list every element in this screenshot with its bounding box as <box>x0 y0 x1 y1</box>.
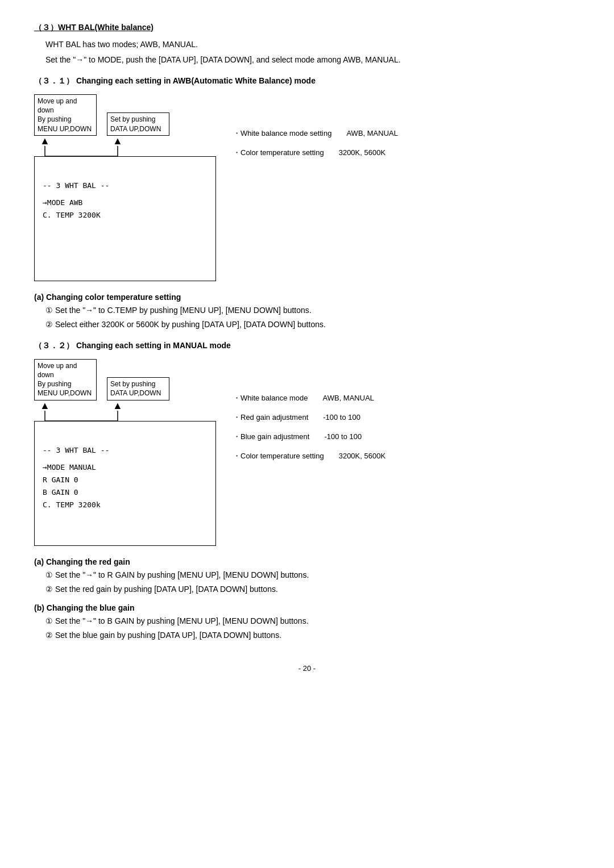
step-3-1-a-2: ② Select either 3200K or 5600K by pushin… <box>45 319 580 331</box>
step-3-2-a-1: ① Set the "→" to R GAIN by pushing [MENU… <box>45 569 580 581</box>
step-3-2-a-2: ② Set the red gain by pushing [DATA UP],… <box>45 583 580 595</box>
annotation-3-2-1: ・White balance mode AWB, MANUAL <box>233 393 385 403</box>
annotation-3-2-3: ・Blue gain adjustment -100 to 100 <box>233 432 385 442</box>
left-arrow-3-1: ▲ <box>34 136 97 146</box>
step-3-2-b-1: ① Set the "→" to B GAIN by pushing [MENU… <box>45 615 580 627</box>
diagram-3-2: Move up and down By pushing MENU UP,DOWN… <box>34 359 580 546</box>
steps-3-1-a: ① Set the "→" to C.TEMP by pushing [MENU… <box>45 304 580 331</box>
annotations-3-1: ・White balance mode setting AWB, MANUAL … <box>233 94 398 158</box>
intro2: Set the "→" to MODE, push the [DATA UP],… <box>34 54 580 66</box>
page-number: - 20 - <box>34 664 580 673</box>
part-b-3-2-title: (b) Changing the blue gain <box>34 603 580 612</box>
right-label-3-2: Set by pushing DATA UP,DOWN <box>107 377 169 400</box>
annotations-3-2: ・White balance mode AWB, MANUAL ・Red gai… <box>233 359 385 461</box>
diagram-3-1: Move up and down By pushing MENU UP,DOWN… <box>34 94 580 281</box>
annotation-3-2-4: ・Color temperature setting 3200K, 5600K <box>233 451 385 461</box>
steps-3-2-b: ① Set the "→" to B GAIN by pushing [MENU… <box>45 615 580 641</box>
annotation-3-1-1: ・White balance mode setting AWB, MANUAL <box>233 128 398 139</box>
steps-3-2-a: ① Set the "→" to R GAIN by pushing [MENU… <box>45 569 580 595</box>
right-arrow-3-2: ▲ <box>107 400 169 411</box>
subsection-3-2: （３．２） Changing each setting in MANUAL mo… <box>34 341 580 351</box>
menu-box-3-2: -- 3 WHT BAL -- →MODE MANUAL R GAIN 0 B … <box>34 421 216 546</box>
section3-title: （３）WHT BAL(White balance) <box>34 23 580 33</box>
part-a-3-2: (a) Changing the red gain ① Set the "→" … <box>34 557 580 595</box>
menu-box-3-1: -- 3 WHT BAL -- →MODE AWB C. TEMP 3200K <box>34 156 216 281</box>
part-a-3-2-title: (a) Changing the red gain <box>34 557 580 566</box>
left-label-3-1: Move up and down By pushing MENU UP,DOWN <box>34 94 97 136</box>
left-label-3-2: Move up and down By pushing MENU UP,DOWN <box>34 359 97 400</box>
right-label-3-1: Set by pushing DATA UP,DOWN <box>107 112 169 135</box>
subsection-3-1: （３．１） Changing each setting in AWB(Autom… <box>34 76 580 86</box>
left-arrow-3-2: ▲ <box>34 400 97 411</box>
right-arrow-3-1: ▲ <box>107 136 169 146</box>
step-3-1-a-1: ① Set the "→" to C.TEMP by pushing [MENU… <box>45 304 580 316</box>
part-b-3-2: (b) Changing the blue gain ① Set the "→"… <box>34 603 580 641</box>
annotation-3-1-2: ・Color temperature setting 3200K, 5600K <box>233 148 398 158</box>
step-3-2-b-2: ② Set the blue gain by pushing [DATA UP]… <box>45 629 580 641</box>
part-a-3-1: (a) Changing color temperature setting ①… <box>34 293 580 331</box>
annotation-3-2-2: ・Red gain adjustment -100 to 100 <box>233 412 385 423</box>
part-a-3-1-title: (a) Changing color temperature setting <box>34 293 580 302</box>
intro1: WHT BAL has two modes; AWB, MANUAL. <box>34 39 580 51</box>
